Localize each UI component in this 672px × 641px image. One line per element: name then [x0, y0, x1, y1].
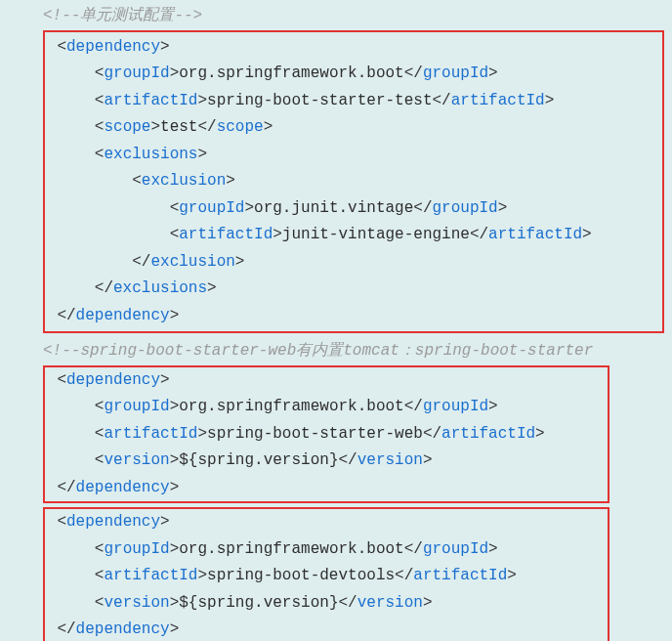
code-line: <groupId>org.springframework.boot</group…: [10, 536, 608, 564]
code-line: </exclusion>: [10, 249, 662, 277]
code-line: <groupId>org.springframework.boot</group…: [10, 61, 662, 88]
code-line: <artifactId>spring-boot-devtools</artifa…: [10, 563, 608, 590]
code-line: <artifactId>junit-vintage-engine</artifa…: [10, 222, 662, 249]
code-line: </dependency>: [10, 617, 608, 641]
code-line: <dependency>: [10, 367, 608, 395]
code-line: <dependency>: [10, 32, 662, 62]
code-line: </exclusions>: [10, 276, 662, 303]
comment-text: <!--单元测试配置-->: [43, 7, 202, 24]
code-line: </dependency>: [10, 303, 662, 332]
code-line: <groupId>org.springframework.boot</group…: [10, 394, 608, 421]
code-line: <version>${spring.version}</version>: [10, 448, 608, 475]
code-line: <scope>test</scope>: [10, 114, 662, 142]
code-line: <exclusion>: [10, 168, 662, 195]
dependency-block-2: <dependency> <groupId>org.springframewor…: [43, 365, 609, 504]
xml-comment-line: <!--单元测试配置-->: [0, 3, 672, 30]
code-line: <exclusions>: [10, 142, 662, 169]
code-line: <dependency>: [10, 509, 608, 536]
code-line: <version>${spring.version}</version>: [10, 590, 608, 618]
code-line: <artifactId>spring-boot-starter-test</ar…: [10, 88, 662, 115]
dependency-block-3: <dependency> <groupId>org.springframewor…: [43, 507, 609, 641]
xml-comment-line: <!--spring-boot-starter-web有内置tomcat：spr…: [0, 338, 672, 365]
code-line: </dependency>: [10, 475, 608, 502]
dependency-block-1: <dependency> <groupId>org.springframewor…: [43, 30, 664, 334]
comment-text: <!--spring-boot-starter-web有内置tomcat：spr…: [43, 342, 593, 360]
code-line: <artifactId>spring-boot-starter-web</art…: [10, 421, 608, 449]
code-line: <groupId>org.junit.vintage</groupId>: [10, 195, 662, 223]
